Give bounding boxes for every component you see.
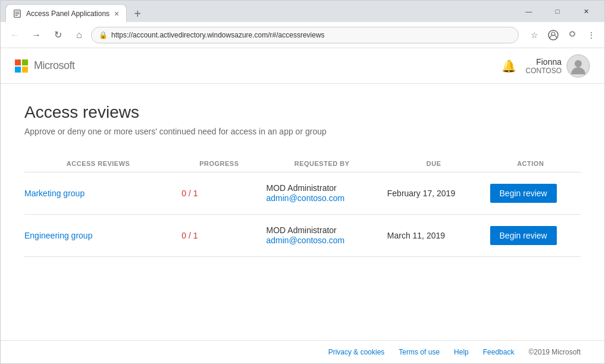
profile-circle-icon[interactable] <box>545 27 562 43</box>
lock-icon: 🔒 <box>99 31 108 39</box>
menu-icon[interactable]: ⋮ <box>583 27 600 43</box>
user-name-block: Fionna CONTOSO <box>526 57 562 75</box>
page-content: Microsoft 🔔 Fionna CONTOSO <box>1 48 604 363</box>
main-content: Access reviews Approve or deny one or mo… <box>1 84 604 340</box>
row2-requester-cell: MOD Administrator admin@contoso.com <box>267 215 387 257</box>
row1-name-cell: Marketing group <box>24 172 181 215</box>
reload-button[interactable]: ↻ <box>48 26 67 45</box>
page-footer: Privacy & cookies Terms of use Help Feed… <box>1 340 604 363</box>
privacy-cookies-link[interactable]: Privacy & cookies <box>328 348 385 356</box>
row1-progress-cell: 0 / 1 <box>181 172 266 215</box>
ms-squares-icon <box>15 59 28 73</box>
tab-bar: Access Panel Applications × + — □ ✕ <box>1 1 604 22</box>
access-reviews-table: ACCESS REVIEWS PROGRESS REQUESTED BY DUE… <box>24 155 581 257</box>
window-controls: — □ ✕ <box>510 1 604 22</box>
row1-requester-name: MOD Administrator <box>267 183 378 193</box>
table-row: Marketing group 0 / 1 MOD Administrator … <box>24 172 581 215</box>
row2-requester-email[interactable]: admin@contoso.com <box>267 236 345 245</box>
row2-name-cell: Engineering group <box>24 215 181 257</box>
ms-header: Microsoft 🔔 Fionna CONTOSO <box>1 48 604 84</box>
marketing-group-link[interactable]: Marketing group <box>24 189 84 198</box>
help-link[interactable]: Help <box>454 348 469 356</box>
user-info: Fionna CONTOSO <box>526 54 590 78</box>
ms-square-blue <box>15 67 21 73</box>
col-header-requested-by: REQUESTED BY <box>267 155 387 172</box>
row1-due-cell: February 17, 2019 <box>387 172 490 215</box>
ms-square-yellow <box>22 67 28 73</box>
row1-due-date: February 17, 2019 <box>387 189 455 198</box>
header-right: 🔔 Fionna CONTOSO <box>501 54 590 78</box>
page-title: Access reviews <box>24 103 581 122</box>
col-header-action: ACTION <box>490 155 581 172</box>
microsoft-logo: Microsoft <box>15 59 75 73</box>
row2-progress-text: 0 / 1 <box>181 231 198 240</box>
page-subtitle: Approve or deny one or more users' conti… <box>24 127 581 136</box>
restore-button[interactable]: □ <box>544 1 571 22</box>
copyright-text: ©2019 Microsoft <box>528 348 581 356</box>
tab-page-icon <box>13 10 21 18</box>
row1-action-cell: Begin review <box>490 172 581 215</box>
row2-due-cell: March 11, 2019 <box>387 215 490 257</box>
browser-nav-icons: ☆ ⋮ <box>526 27 600 43</box>
microsoft-text: Microsoft <box>34 59 75 72</box>
table-row: Engineering group 0 / 1 MOD Administrato… <box>24 215 581 257</box>
ms-square-red <box>15 59 21 65</box>
navigation-bar: ← → ↻ ⌂ 🔒 https://account.activedirector… <box>1 22 604 48</box>
close-button[interactable]: ✕ <box>572 1 600 22</box>
terms-of-use-link[interactable]: Terms of use <box>399 348 440 356</box>
row2-action-cell: Begin review <box>490 215 581 257</box>
browser-tab[interactable]: Access Panel Applications × <box>5 4 127 22</box>
engineering-group-link[interactable]: Engineering group <box>24 231 92 240</box>
tab-close-button[interactable]: × <box>114 9 119 18</box>
row1-begin-review-button[interactable]: Begin review <box>490 184 557 203</box>
notification-bell-icon[interactable]: 🔔 <box>501 59 516 73</box>
url-text: https://account.activedirectory.windowsa… <box>111 31 511 39</box>
user-avatar[interactable] <box>566 54 590 78</box>
col-header-due: DUE <box>387 155 490 172</box>
new-tab-button[interactable]: + <box>129 5 146 22</box>
feedback-link[interactable]: Feedback <box>483 348 515 356</box>
row1-requester-email[interactable]: admin@contoso.com <box>267 193 345 203</box>
user-org-name: CONTOSO <box>526 67 562 75</box>
row1-progress-text: 0 / 1 <box>181 189 198 198</box>
col-header-progress: PROGRESS <box>181 155 266 172</box>
forward-button[interactable]: → <box>27 26 46 45</box>
row2-requester-name: MOD Administrator <box>267 225 378 235</box>
user-display-name: Fionna <box>526 57 562 67</box>
bookmark-icon[interactable]: ☆ <box>526 27 543 43</box>
ms-square-green <box>22 59 28 65</box>
row2-begin-review-button[interactable]: Begin review <box>490 226 557 245</box>
col-header-access-reviews: ACCESS REVIEWS <box>24 155 181 172</box>
address-bar[interactable]: 🔒 https://account.activedirectory.window… <box>91 27 519 43</box>
home-button[interactable]: ⌂ <box>70 26 89 45</box>
row2-due-date: March 11, 2019 <box>387 231 445 240</box>
row2-progress-cell: 0 / 1 <box>181 215 266 257</box>
tab-title: Access Panel Applications <box>26 10 109 18</box>
minimize-button[interactable]: — <box>515 1 543 22</box>
row1-requester-cell: MOD Administrator admin@contoso.com <box>267 172 387 215</box>
svg-point-7 <box>575 60 582 67</box>
back-button[interactable]: ← <box>5 26 24 45</box>
extensions-icon[interactable] <box>564 27 581 43</box>
